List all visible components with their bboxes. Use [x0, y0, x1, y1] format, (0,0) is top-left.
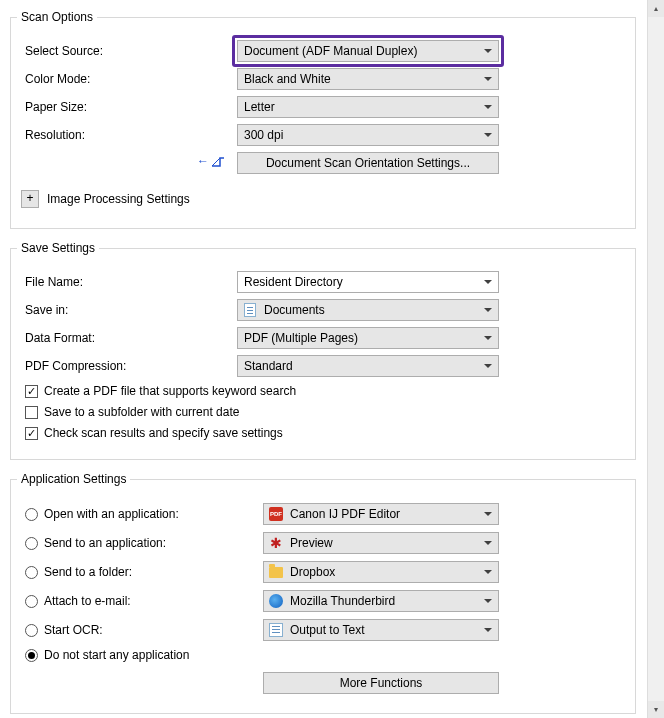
save-in-label: Save in: — [21, 303, 237, 317]
start-ocr-radio[interactable] — [25, 624, 38, 637]
send-to-app-dropdown[interactable]: ✱ Preview — [263, 532, 499, 554]
thunderbird-app-icon — [268, 593, 284, 609]
send-to-app-radio[interactable] — [25, 537, 38, 550]
pdf-app-icon: PDF — [268, 506, 284, 522]
chevron-down-icon — [484, 362, 492, 370]
outer-vertical-scrollbar[interactable]: ▴ ▾ — [647, 0, 664, 718]
chevron-down-icon — [484, 131, 492, 139]
select-source-dropdown[interactable]: Document (ADF Manual Duplex) — [237, 40, 499, 62]
paper-size-value: Letter — [244, 100, 275, 114]
paper-size-dropdown[interactable]: Letter — [237, 96, 499, 118]
preview-app-icon: ✱ — [268, 535, 284, 551]
send-to-folder-label: Send to a folder: — [44, 565, 132, 579]
open-with-app-label: Open with an application: — [44, 507, 179, 521]
text-output-icon — [268, 622, 284, 638]
file-name-value: Resident Directory — [244, 275, 343, 289]
attach-email-radio[interactable] — [25, 595, 38, 608]
subfolder-date-checkbox[interactable] — [25, 406, 38, 419]
chevron-down-icon — [484, 510, 492, 518]
paper-size-label: Paper Size: — [21, 100, 237, 114]
select-source-value: Document (ADF Manual Duplex) — [244, 44, 417, 58]
folder-icon — [268, 564, 284, 580]
chevron-down-icon — [484, 103, 492, 111]
chevron-down-icon — [484, 47, 492, 55]
resolution-dropdown[interactable]: 300 dpi — [237, 124, 499, 146]
chevron-down-icon — [484, 280, 492, 284]
save-in-dropdown[interactable]: Documents — [237, 299, 499, 321]
rotate-orientation-icon — [207, 153, 229, 173]
subfolder-date-label: Save to a subfolder with current date — [44, 405, 239, 419]
check-results-checkbox[interactable] — [25, 427, 38, 440]
save-in-value: Documents — [264, 303, 325, 317]
data-format-value: PDF (Multiple Pages) — [244, 331, 358, 345]
send-to-app-label: Send to an application: — [44, 536, 166, 550]
application-settings-group: Application Settings Open with an applic… — [10, 472, 636, 714]
open-with-app-dropdown[interactable]: PDF Canon IJ PDF Editor — [263, 503, 499, 525]
open-with-app-value: Canon IJ PDF Editor — [290, 507, 400, 521]
attach-email-value: Mozilla Thunderbird — [290, 594, 395, 608]
pdf-compression-label: PDF Compression: — [21, 359, 237, 373]
chevron-down-icon — [484, 334, 492, 342]
open-with-app-radio[interactable] — [25, 508, 38, 521]
send-to-app-value: Preview — [290, 536, 333, 550]
pdf-compression-value: Standard — [244, 359, 293, 373]
attach-email-dropdown[interactable]: Mozilla Thunderbird — [263, 590, 499, 612]
chevron-down-icon — [484, 597, 492, 605]
chevron-down-icon — [484, 75, 492, 83]
application-settings-legend: Application Settings — [17, 472, 130, 486]
start-ocr-label: Start OCR: — [44, 623, 103, 637]
save-settings-group: Save Settings File Name: Resident Direct… — [10, 241, 636, 460]
chevron-down-icon — [484, 539, 492, 547]
orientation-settings-button[interactable]: Document Scan Orientation Settings... — [237, 152, 499, 174]
file-name-label: File Name: — [21, 275, 237, 289]
scan-options-legend: Scan Options — [17, 10, 97, 24]
color-mode-value: Black and White — [244, 72, 331, 86]
start-ocr-value: Output to Text — [290, 623, 365, 637]
pdf-compression-dropdown[interactable]: Standard — [237, 355, 499, 377]
resolution-label: Resolution: — [21, 128, 237, 142]
expand-image-processing-button[interactable]: + — [21, 190, 39, 208]
color-mode-dropdown[interactable]: Black and White — [237, 68, 499, 90]
keyword-search-label: Create a PDF file that supports keyword … — [44, 384, 296, 398]
attach-email-label: Attach to e-mail: — [44, 594, 131, 608]
image-processing-label: Image Processing Settings — [47, 192, 190, 206]
data-format-label: Data Format: — [21, 331, 237, 345]
send-to-folder-value: Dropbox — [290, 565, 335, 579]
data-format-dropdown[interactable]: PDF (Multiple Pages) — [237, 327, 499, 349]
scroll-down-button[interactable]: ▾ — [648, 701, 664, 718]
chevron-down-icon — [484, 568, 492, 576]
color-mode-label: Color Mode: — [21, 72, 237, 86]
start-ocr-dropdown[interactable]: Output to Text — [263, 619, 499, 641]
keyword-search-checkbox[interactable] — [25, 385, 38, 398]
scroll-up-button[interactable]: ▴ — [648, 0, 664, 17]
check-results-label: Check scan results and specify save sett… — [44, 426, 283, 440]
send-to-folder-radio[interactable] — [25, 566, 38, 579]
more-functions-button[interactable]: More Functions — [263, 672, 499, 694]
file-name-input[interactable]: Resident Directory — [237, 271, 499, 293]
send-to-folder-dropdown[interactable]: Dropbox — [263, 561, 499, 583]
documents-folder-icon — [242, 302, 258, 318]
select-source-label: Select Source: — [21, 44, 237, 58]
select-source-highlight: Document (ADF Manual Duplex) — [232, 35, 504, 67]
chevron-down-icon — [484, 306, 492, 314]
scan-options-group: Scan Options Select Source: Document (AD… — [10, 10, 636, 229]
do-not-start-label: Do not start any application — [44, 648, 189, 662]
save-settings-legend: Save Settings — [17, 241, 99, 255]
main-scroll-area[interactable]: Scan Options Select Source: Document (AD… — [0, 0, 646, 718]
do-not-start-radio[interactable] — [25, 649, 38, 662]
resolution-value: 300 dpi — [244, 128, 283, 142]
chevron-down-icon — [484, 626, 492, 634]
